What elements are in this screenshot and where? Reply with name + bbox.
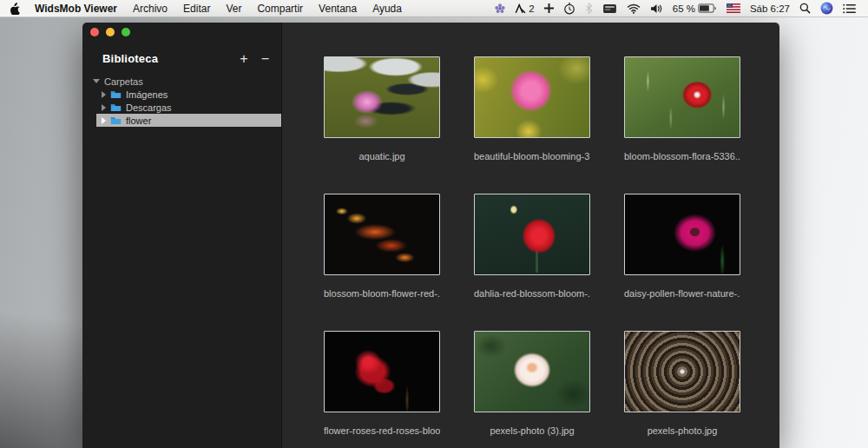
disclosure-triangle-icon[interactable] (102, 91, 106, 98)
photo-thumbnail[interactable] (324, 331, 440, 412)
photo-thumbnail[interactable] (474, 56, 590, 138)
window-controls (90, 28, 130, 36)
photo-filename: flower-roses-red-roses-bloo... (324, 425, 440, 436)
zoom-window-button[interactable] (122, 28, 130, 36)
photo-filename: dahlia-red-blossom-bloom-... (474, 288, 590, 299)
sidebar-item-label: Imágenes (126, 89, 168, 100)
notification-center-icon[interactable] (843, 3, 856, 14)
input-source-icon[interactable]: 2 (515, 3, 534, 14)
library-sidebar: Biblioteca + − CarpetasImágenesDescargas… (82, 23, 282, 448)
wifi-icon[interactable] (627, 3, 641, 14)
menu-ventana[interactable]: Ventana (319, 3, 357, 15)
minimize-window-button[interactable] (106, 28, 115, 36)
widsmob-viewer-window: Biblioteca + − CarpetasImágenesDescargas… (82, 23, 779, 448)
disclosure-triangle-icon[interactable] (102, 104, 106, 111)
menu-editar[interactable]: Editar (183, 3, 210, 15)
menu-ver[interactable]: Ver (226, 3, 241, 15)
photo-thumbnail[interactable] (624, 331, 740, 412)
photo-thumbnail[interactable] (324, 194, 440, 275)
gallery-item[interactable]: pexels-photo.jpg (624, 331, 740, 448)
photo-thumbnail[interactable] (624, 194, 740, 275)
sidebar-item-carpetas[interactable]: Carpetas (82, 75, 281, 88)
display-icon[interactable] (602, 3, 617, 14)
menu-compartir[interactable]: Compartir (257, 3, 303, 15)
battery-status[interactable]: 65 % (673, 3, 717, 14)
sidebar-item-label: flower (126, 115, 151, 126)
folder-icon (110, 116, 122, 125)
siri-icon[interactable] (820, 2, 833, 15)
photo-thumbnail[interactable] (324, 56, 440, 138)
app-flower-icon[interactable] (495, 3, 505, 14)
sidebar-item-label: Descargas (126, 102, 172, 113)
photo-grid: aquatic.jpgbeautiful-bloom-blooming-3...… (282, 23, 779, 448)
sidebar-item-label: Carpetas (104, 76, 143, 87)
battery-percent-label: 65 % (673, 3, 695, 14)
active-app-name[interactable]: WidsMob Viewer (35, 3, 117, 15)
add-folder-button[interactable]: + (240, 53, 247, 65)
menu-archivo[interactable]: Archivo (133, 3, 168, 15)
photo-filename: beautiful-bloom-blooming-3... (474, 151, 590, 161)
spotlight-search-icon[interactable] (799, 3, 811, 14)
gallery-item[interactable]: pexels-photo (3).jpg (474, 331, 590, 448)
menu-bar-clock[interactable]: Sáb 6:27 (750, 3, 790, 14)
gallery-item[interactable]: flower-roses-red-roses-bloo... (324, 331, 440, 448)
folder-icon (110, 103, 122, 112)
gallery-item[interactable]: bloom-blossom-flora-5336... (624, 56, 740, 194)
plus-icon[interactable] (544, 3, 554, 13)
gallery-item[interactable]: dahlia-red-blossom-bloom-... (474, 194, 590, 331)
sidebar-item-flower[interactable]: flower (96, 114, 281, 127)
time-machine-icon[interactable] (563, 3, 575, 15)
gallery-item[interactable]: beautiful-bloom-blooming-3... (474, 56, 590, 194)
remove-folder-button[interactable]: − (261, 53, 269, 65)
sidebar-item-imágenes[interactable]: Imágenes (82, 88, 281, 101)
gallery-item[interactable]: blossom-bloom-flower-red-... (324, 194, 440, 331)
photo-thumbnail[interactable] (474, 331, 590, 412)
disclosure-triangle-icon[interactable] (102, 117, 106, 124)
us-flag-icon[interactable] (727, 3, 740, 13)
photo-filename: pexels-photo.jpg (624, 425, 740, 436)
battery-icon (698, 3, 717, 13)
close-window-button[interactable] (90, 28, 99, 36)
photo-filename: daisy-pollen-flower-nature-... (624, 288, 740, 299)
gallery-item[interactable]: daisy-pollen-flower-nature-... (624, 194, 740, 331)
input-source-count: 2 (529, 3, 534, 14)
bluetooth-icon[interactable] (585, 3, 593, 14)
photo-thumbnail[interactable] (474, 194, 590, 275)
menu-ayuda[interactable]: Ayuda (372, 3, 402, 15)
sidebar-tree: CarpetasImágenesDescargasflower (82, 75, 281, 127)
gallery-item[interactable]: aquatic.jpg (324, 56, 440, 194)
photo-filename: aquatic.jpg (324, 151, 440, 161)
photo-filename: bloom-blossom-flora-5336... (624, 151, 740, 161)
sidebar-title: Biblioteca (102, 52, 158, 65)
photo-filename: blossom-bloom-flower-red-... (324, 288, 440, 299)
volume-icon[interactable] (650, 3, 663, 14)
sidebar-item-descargas[interactable]: Descargas (82, 101, 281, 114)
folder-icon (110, 90, 122, 99)
menu-bar-status-area: 2 65 % Sáb 6:27 (495, 2, 856, 15)
apple-menu-icon[interactable] (10, 3, 21, 15)
photo-filename: pexels-photo (3).jpg (474, 425, 590, 436)
disclosure-triangle-icon[interactable] (93, 79, 100, 83)
photo-thumbnail[interactable] (624, 56, 740, 138)
menu-bar: WidsMob Viewer Archivo Editar Ver Compar… (0, 0, 868, 17)
